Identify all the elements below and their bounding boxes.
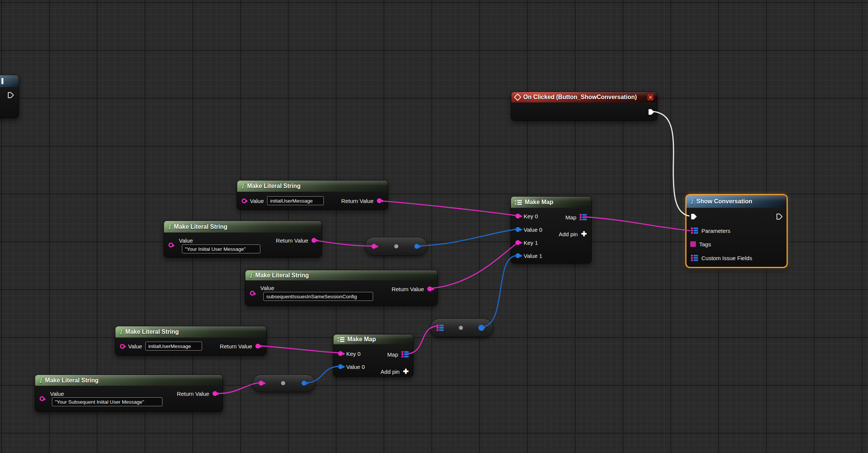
conversion-node-string-to-value-1[interactable] [365,237,427,256]
map-output-row: Map [387,351,409,358]
add-pin-row[interactable]: Add pin ✚ [559,231,587,237]
wire-value-reroute1-to-value0[interactable] [418,229,517,246]
add-pin-label: Add pin [381,369,400,375]
node-make-literal-string-4[interactable]: f Make Literal String Value Return Value [115,326,267,355]
string-input-pin[interactable] [120,344,125,349]
wire-string-literal1-to-key0[interactable] [379,201,517,216]
tags-pin-row: Tags [690,241,711,247]
value-output-pin[interactable] [478,325,484,331]
exec-output-pin[interactable] [7,92,14,99]
blueprint-graph-canvas[interactable]: { "colors": { "wire_exec": "#f0f0f0", "w… [0,0,868,453]
key0-pin-row: Key 0 [515,213,538,219]
return-value-label: Return Value [177,391,209,397]
make-map-icon [515,200,522,205]
value-pin-row: Value [242,196,324,205]
add-pin-plus-icon: ✚ [581,231,587,237]
make-literal-string-header[interactable]: f Make Literal String [237,181,388,192]
return-value-label: Return Value [341,198,373,204]
node-clipped-left-edge[interactable] [0,75,19,118]
on-clicked-title: On Clicked (Button_ShowConversation) [523,94,637,101]
string-input-pin[interactable] [242,198,247,203]
add-pin-label: Add pin [559,231,578,237]
value-pin-label: Value [250,198,264,204]
value-text-input[interactable] [267,196,324,205]
delegate-pin-icon[interactable] [648,95,653,100]
make-literal-string-header[interactable]: f Make Literal String [115,326,266,338]
node-make-literal-string-3[interactable]: f Make Literal String Value Return Value [245,270,438,306]
add-pin-plus-icon: ✚ [403,368,409,375]
wire-string-literal3-to-key1[interactable] [427,243,517,289]
node-make-map-top[interactable]: Make Map Key 0 Value 0 Key 1 Value 1 Map… [511,196,592,264]
set-input-pin-tags[interactable] [690,241,696,247]
value-text-input[interactable] [52,397,162,406]
node-title: Make Literal String [174,224,227,230]
node-title: Make Literal String [247,183,301,189]
map-output-label: Map [565,214,576,221]
make-literal-string-header[interactable]: f Make Literal String [164,221,322,232]
wire-string-literal4-to-key0[interactable] [259,346,340,353]
node-make-literal-string-5[interactable]: f Make Literal String Value Return Value [35,375,223,412]
value0-pin-row: Value 0 [515,226,542,233]
make-literal-string-header[interactable]: f Make Literal String [35,375,223,386]
node-on-clicked-event[interactable]: On Clicked (Button_ShowConversation) [511,92,657,121]
conversion-node-map-to-value[interactable] [430,318,493,337]
return-value-row: Return Value [341,198,382,204]
value-text-input[interactable] [145,342,202,351]
wire-exec-onclicked-to-showconversation[interactable] [652,111,689,216]
node-make-literal-string-2[interactable]: f Make Literal String Value Return Value [164,221,322,258]
node-show-conversation[interactable]: f Show Conversation Parameters Tags [685,194,788,268]
return-value-label: Return Value [276,237,308,244]
value-pin-label-row: Value [260,285,274,291]
value0-label: Value 0 [346,364,365,370]
custom-issue-fields-label: Custom Issue Fields [701,255,752,261]
value-pin-label: Value [50,391,64,397]
make-map-icon [337,337,345,342]
return-value-row: Return Value [220,343,260,349]
add-pin-row[interactable]: Add pin ✚ [381,368,409,375]
function-icon: f [39,377,42,384]
make-literal-string-header[interactable]: f Make Literal String [245,270,437,280]
return-value-label: Return Value [220,343,252,349]
string-input-pin[interactable] [168,243,173,247]
key0-label: Key 0 [524,213,538,219]
string-input-pin-key0[interactable] [338,351,343,356]
wire-string-maptop-to-parameters[interactable] [584,217,690,231]
conversion-dot [459,326,463,330]
return-value-row: Return Value [392,286,432,292]
on-clicked-header[interactable]: On Clicked (Button_ShowConversation) [511,92,657,102]
value-pin-label: Value [179,237,193,244]
value1-pin-row: Value 1 [515,253,542,259]
key0-pin-row: Key 0 [338,351,360,357]
custom-issue-fields-pin-row: Custom Issue Fields [691,255,752,261]
parameters-label: Parameters [701,228,731,234]
value0-pin-row: Value 0 [338,364,365,370]
node-make-literal-string-1[interactable]: f Make Literal String Value Return Value [237,180,388,210]
parameters-pin-row: Parameters [691,228,731,234]
exec-output-pin[interactable] [776,213,783,220]
value-pin-label-row: Value [179,237,193,244]
value-text-input[interactable] [182,244,260,253]
return-value-row: Return Value [276,237,316,244]
make-map-header[interactable]: Make Map [511,197,591,208]
conversion-node-string-to-value-2[interactable] [252,375,315,392]
node-title: Make Literal String [45,377,99,384]
conversion-dot [281,381,285,385]
node-make-map-bottom[interactable]: Make Map Key 0 Value 0 Map Add pin ✚ [333,334,413,377]
show-conversation-header[interactable]: f Show Conversation [686,195,787,208]
string-input-pin[interactable] [250,291,255,296]
function-icon: f [119,328,123,336]
make-map-header[interactable]: Make Map [334,335,413,344]
function-icon: f [168,223,171,231]
function-icon: f [690,198,694,205]
value1-label: Value 1 [524,253,542,259]
string-input-pin[interactable] [40,396,44,401]
key1-label: Key 1 [524,240,538,246]
conversion-dot [394,244,399,249]
clipped-node-header [0,75,19,87]
exec-input-pin[interactable] [690,213,697,220]
map-input-pin-parameters[interactable] [691,228,698,234]
value-text-input[interactable] [263,292,373,301]
map-input-pin-custom-issue-fields[interactable] [691,255,698,261]
value-pin-label-row: Value [50,391,64,397]
node-title: Show Conversation [697,198,752,205]
